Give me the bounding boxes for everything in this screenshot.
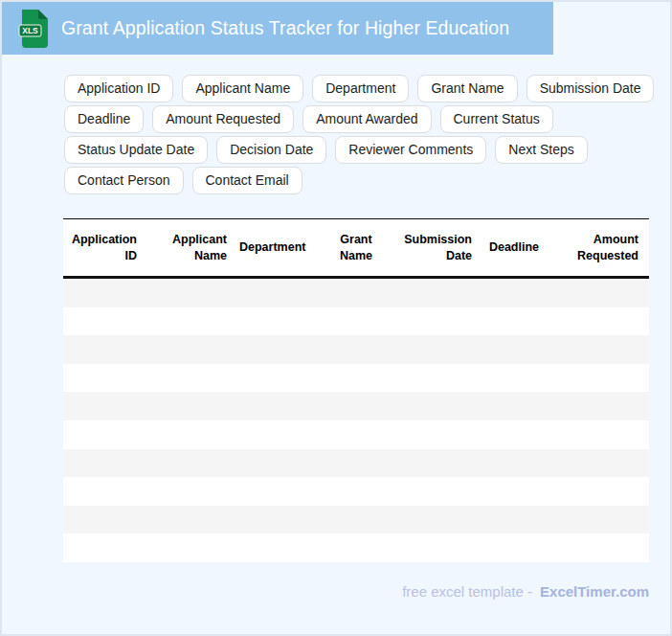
page: XLS Grant Application Status Tracker for… bbox=[0, 0, 672, 636]
table-body bbox=[63, 279, 649, 562]
footer-text: free excel template - bbox=[402, 583, 532, 600]
title-bar: XLS Grant Application Status Tracker for… bbox=[2, 2, 553, 55]
field-chip-applicant-name[interactable]: Applicant Name bbox=[182, 75, 303, 102]
field-chip-status-update-date[interactable]: Status Update Date bbox=[64, 136, 208, 164]
table-row bbox=[63, 279, 649, 307]
svg-text:XLS: XLS bbox=[22, 26, 38, 35]
field-chip-next-steps[interactable]: Next Steps bbox=[495, 136, 587, 164]
footer-brand-link[interactable]: ExcelTimer.com bbox=[540, 583, 649, 600]
field-chip-decision-date[interactable]: Decision Date bbox=[216, 136, 326, 164]
field-chip-reviewer-comments[interactable]: Reviewer Comments bbox=[335, 136, 486, 164]
table-row bbox=[63, 392, 649, 420]
footer: free excel template -ExcelTimer.com bbox=[402, 583, 649, 600]
field-chip-list: Application ID Applicant Name Department… bbox=[64, 75, 654, 197]
table-row bbox=[63, 420, 649, 449]
chip-row-4: Contact Person Contact Email bbox=[64, 167, 654, 194]
field-chip-application-id[interactable]: Application ID bbox=[64, 75, 173, 102]
table-row bbox=[63, 449, 649, 478]
column-header-department: Department bbox=[234, 239, 330, 255]
table-row bbox=[63, 307, 649, 336]
field-chip-current-status[interactable]: Current Status bbox=[440, 105, 553, 133]
column-header-application-id: Application ID bbox=[63, 232, 144, 263]
field-chip-grant-name[interactable]: Grant Name bbox=[417, 75, 517, 102]
field-chip-amount-awarded[interactable]: Amount Awarded bbox=[302, 105, 431, 133]
table-row bbox=[63, 477, 649, 506]
chip-row-3: Status Update Date Decision Date Reviewe… bbox=[64, 136, 654, 164]
column-header-deadline: Deadline bbox=[479, 239, 549, 255]
page-title: Grant Application Status Tracker for Hig… bbox=[61, 17, 509, 39]
table-row bbox=[63, 534, 649, 562]
column-header-amount-requested: Amount Requested bbox=[549, 232, 649, 263]
field-chip-contact-email[interactable]: Contact Email bbox=[192, 167, 302, 194]
table-row bbox=[63, 364, 649, 393]
field-chip-submission-date[interactable]: Submission Date bbox=[526, 75, 655, 102]
xls-file-icon: XLS bbox=[18, 10, 48, 48]
field-chip-amount-requested[interactable]: Amount Requested bbox=[152, 105, 294, 133]
field-chip-deadline[interactable]: Deadline bbox=[64, 105, 144, 133]
field-chip-department[interactable]: Department bbox=[312, 75, 409, 102]
chip-row-2: Deadline Amount Requested Amount Awarded… bbox=[64, 105, 654, 133]
table-row bbox=[63, 506, 649, 534]
chip-row-1: Application ID Applicant Name Department… bbox=[64, 75, 654, 102]
column-header-grant-name: Grant Name bbox=[330, 232, 382, 263]
table-row bbox=[63, 335, 649, 364]
grant-table: Application ID Applicant Name Department… bbox=[63, 218, 649, 562]
table-header-row: Application ID Applicant Name Department… bbox=[63, 218, 649, 279]
column-header-applicant-name: Applicant Name bbox=[144, 232, 234, 263]
column-header-submission-date: Submission Date bbox=[382, 232, 479, 263]
field-chip-contact-person[interactable]: Contact Person bbox=[64, 167, 184, 194]
